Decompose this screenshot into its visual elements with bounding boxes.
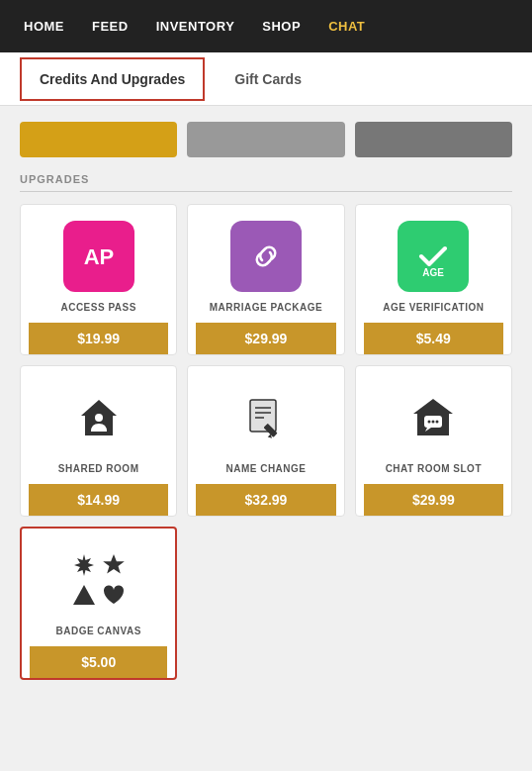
- tabs-bar: Credits And Upgrades Gift Cards: [0, 52, 532, 106]
- shared-room-name: SHARED ROOM: [58, 463, 139, 474]
- access-pass-price[interactable]: $19.99: [29, 323, 168, 354]
- svg-marker-16: [103, 554, 125, 574]
- nav-shop[interactable]: SHOP: [248, 19, 314, 34]
- nav-feed[interactable]: FEED: [78, 19, 142, 34]
- svg-point-14: [432, 421, 435, 424]
- tab-gift-cards[interactable]: Gift Cards: [215, 57, 321, 101]
- chat-room-slot-name: CHAT ROOM SLOT: [386, 463, 482, 474]
- chat-room-slot-price[interactable]: $29.99: [364, 484, 503, 516]
- main-content: UPGRADES AP ACCESS PASS $19.99 MARRIAGE …: [0, 106, 532, 696]
- upgrade-card-shared-room: SHARED ROOM $14.99: [20, 365, 177, 517]
- main-nav: HOME FEED INVENTORY SHOP CHAT: [0, 0, 532, 52]
- chat-room-slot-icon: [398, 382, 469, 453]
- top-buttons-row: [20, 122, 512, 157]
- badge-canvas-name: BADGE CANVAS: [55, 626, 140, 636]
- tab-credits-upgrades[interactable]: Credits And Upgrades: [20, 57, 205, 101]
- badge-canvas-icon: [63, 544, 134, 616]
- svg-point-15: [436, 421, 439, 424]
- upgrade-card-marriage-package: MARRIAGE PACKAGE $29.99: [187, 204, 344, 355]
- upgrades-section-label: UPGRADES: [20, 173, 512, 192]
- age-verification-name: AGE VERIFICATION: [383, 302, 484, 313]
- nav-inventory[interactable]: INVENTORY: [142, 19, 249, 34]
- upgrade-card-name-change: NAME CHANGE $32.99: [187, 365, 344, 517]
- upgrade-card-chat-room-slot: CHAT ROOM SLOT $29.99: [355, 365, 512, 517]
- upgrade-card-badge-canvas: BADGE CANVAS $5.00: [20, 527, 177, 680]
- svg-text:AP: AP: [83, 244, 114, 269]
- access-pass-icon: AP: [63, 221, 134, 292]
- age-verification-icon: AGE: [398, 221, 469, 292]
- age-verification-price[interactable]: $5.49: [364, 323, 503, 354]
- nav-home[interactable]: HOME: [10, 19, 78, 34]
- top-button-1[interactable]: [20, 122, 177, 157]
- shared-room-price[interactable]: $14.99: [29, 484, 168, 516]
- marriage-package-icon: [230, 221, 302, 292]
- svg-point-13: [428, 421, 431, 424]
- nav-chat[interactable]: CHAT: [314, 19, 379, 34]
- svg-marker-17: [73, 585, 95, 605]
- top-button-2[interactable]: [187, 122, 344, 157]
- svg-rect-4: [250, 400, 276, 432]
- name-change-price[interactable]: $32.99: [196, 484, 335, 516]
- marriage-package-name: MARRIAGE PACKAGE: [210, 302, 322, 313]
- marriage-package-price[interactable]: $29.99: [196, 323, 335, 354]
- name-change-name: NAME CHANGE: [225, 463, 306, 474]
- upgrade-card-age-verification: AGE AGE VERIFICATION $5.49: [355, 204, 512, 355]
- name-change-icon: [230, 382, 302, 453]
- svg-text:AGE: AGE: [422, 267, 444, 278]
- svg-point-3: [95, 414, 103, 422]
- top-button-3[interactable]: [355, 122, 512, 157]
- access-pass-name: ACCESS PASS: [60, 302, 135, 313]
- upgrades-grid: AP ACCESS PASS $19.99 MARRIAGE PACKAGE $…: [20, 204, 512, 680]
- upgrade-card-access-pass: AP ACCESS PASS $19.99: [20, 204, 177, 355]
- badge-canvas-price[interactable]: $5.00: [30, 646, 167, 678]
- shared-room-icon: [63, 382, 134, 453]
